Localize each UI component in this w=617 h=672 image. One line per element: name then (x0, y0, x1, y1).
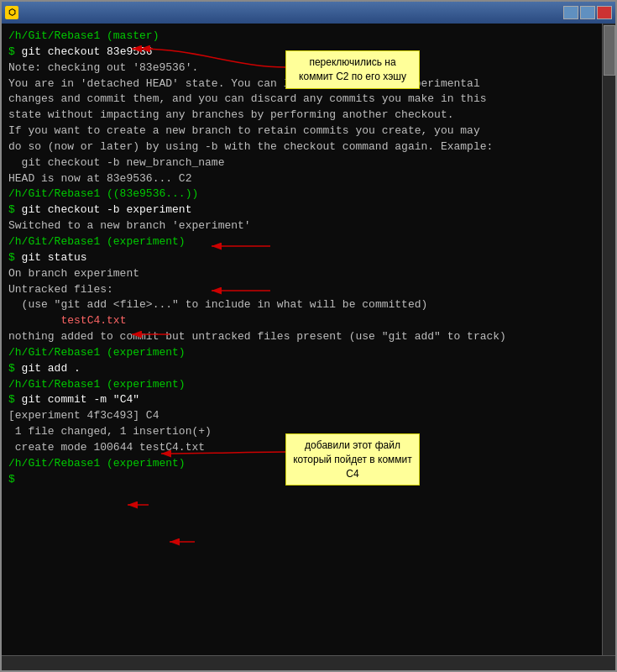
terminal-line-5: changes and commit them, and you can dis… (8, 92, 595, 108)
terminal-line-34: [experiment 4f3c493] C4 (8, 408, 595, 424)
terminal-line-20: $ git status (8, 250, 595, 266)
terminal-line-11: git checkout -b new_branch_name (8, 155, 595, 171)
terminal-line-8: If you want to create a new branch to re… (8, 123, 595, 139)
statusbar (2, 655, 615, 670)
scrollbar-thumb[interactable] (604, 25, 615, 76)
terminal-line-6: state without impacting any branches by … (8, 108, 595, 123)
terminal-line-21: On branch experiment (8, 266, 595, 282)
terminal-line-32: /h/Git/Rebase1 (experiment) (8, 377, 595, 393)
terminal-line-16: $ git checkout -b experiment (8, 202, 595, 218)
close-button[interactable] (597, 6, 612, 19)
terminal-line-19: /h/Git/Rebase1 (experiment) (8, 234, 595, 250)
annotation-checkout: переключились на коммит C2 по его хэшу (285, 50, 420, 89)
terminal-line-15: /h/Git/Rebase1 ((83e9536...)) (8, 186, 595, 202)
maximize-button[interactable] (580, 6, 595, 19)
terminal-line-22: Untracked files: (8, 282, 595, 298)
window: ⬡ /h/Git/Rebase1 (master)$ git checkout … (0, 0, 617, 672)
window-controls (563, 6, 612, 19)
terminal-line-9: do so (now or later) by using -b with th… (8, 139, 595, 155)
titlebar: ⬡ (2, 2, 615, 24)
terminal-line-25: testC4.txt (8, 313, 595, 329)
terminal-line-23: (use "git add <file>..." to include in w… (8, 297, 595, 313)
terminal-line-33: $ git commit -m "C4" (8, 392, 595, 408)
app-icon: ⬡ (5, 6, 18, 19)
terminal-line-27: nothing added to commit but untracked fi… (8, 329, 595, 345)
terminal-line-13: HEAD is now at 83e9536... C2 (8, 171, 595, 187)
terminal-line-0: /h/Git/Rebase1 (master) (8, 29, 595, 45)
annotation-file: добавили этот файл который пойдет в комм… (285, 433, 420, 486)
terminal-area: /h/Git/Rebase1 (master)$ git checkout 83… (2, 24, 615, 655)
terminal-line-29: /h/Git/Rebase1 (experiment) (8, 345, 595, 361)
terminal-line-30: $ git add . (8, 361, 595, 377)
terminal-line-17: Switched to a new branch 'experiment' (8, 218, 595, 234)
minimize-button[interactable] (563, 6, 578, 19)
scrollbar-track[interactable] (602, 24, 615, 655)
terminal[interactable]: /h/Git/Rebase1 (master)$ git checkout 83… (2, 24, 602, 655)
titlebar-left: ⬡ (5, 6, 23, 19)
